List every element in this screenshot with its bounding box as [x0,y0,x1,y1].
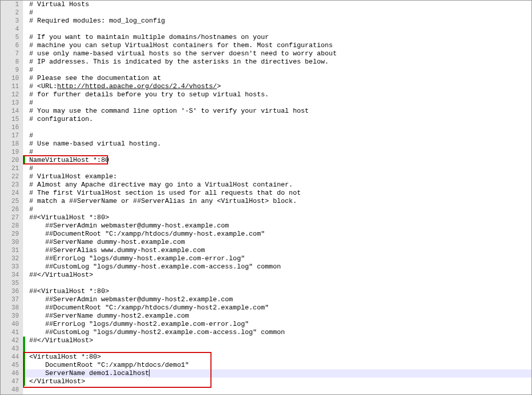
code-line[interactable]: ServerName demo1.localhost [23,369,531,378]
code-text: ##ServerAdmin webmaster@dummy-host.examp… [23,222,229,230]
code-line[interactable]: # Please see the documentation at [23,74,531,82]
code-text: ##</VirtualHost> [23,271,93,279]
code-line[interactable]: ##DocumentRoot "C:/xampp/htdocs/dummy-ho… [23,230,531,238]
code-text: ##ServerAdmin webmaster@dummy-host2.exam… [23,296,233,303]
code-line[interactable]: ##DocumentRoot "C:/xampp/htdocs/dummy-ho… [23,304,531,312]
code-text: # use only name-based virtual hosts so t… [23,50,337,57]
code-editor[interactable]: 1234567891011121314151617181920212223242… [1,1,531,394]
line-number: 1 [1,1,23,9]
line-number: 20 [1,156,23,164]
line-number: 44 [1,353,23,361]
code-line[interactable] [23,123,531,132]
code-line[interactable] [23,25,531,33]
line-number: 25 [1,197,23,205]
line-number: 16 [1,123,23,132]
code-line[interactable]: ##CustomLog "logs/dummy-host.example.com… [23,263,531,271]
code-text [23,25,29,33]
code-line[interactable]: ##ServerAdmin webmaster@dummy-host.examp… [23,222,531,230]
code-line[interactable]: ##<VirtualHost *:80> [23,214,531,222]
code-line[interactable]: </VirtualHost> [23,378,531,386]
code-line[interactable]: # [23,148,531,156]
code-line[interactable]: DocumentRoot "C:/xampp/htdocs/demo1" [23,361,531,369]
code-line[interactable]: # Use name-based virtual hosting. [23,140,531,148]
code-line[interactable]: # If you want to maintain multiple domai… [23,33,531,41]
code-text: # Use name-based virtual hosting. [23,140,161,148]
code-line[interactable] [23,386,531,394]
code-text: # for further details before you try to … [23,91,269,98]
change-marker [23,345,25,353]
code-text: ##ServerName dummy-host.example.com [23,238,185,246]
code-line[interactable]: # for further details before you try to … [23,91,531,99]
code-line[interactable]: # VirtualHost example: [23,173,531,181]
code-line[interactable]: ##CustomLog "logs/dummy-host2.example.co… [23,328,531,337]
code-line[interactable]: ##</VirtualHost> [23,337,531,345]
code-text: ##ErrorLog "logs/dummy-host.example.com-… [23,255,245,262]
code-line[interactable]: ##ServerAlias www.dummy-host.example.com [23,246,531,255]
code-text: ##ServerAlias www.dummy-host.example.com [23,246,205,254]
line-number: 11 [1,82,23,91]
code-text: # You may use the command line option '-… [23,107,309,115]
code-line[interactable]: # [23,132,531,140]
line-number: 22 [1,173,23,181]
line-number: 29 [1,230,23,238]
code-line[interactable]: ##<VirtualHost *:80> [23,287,531,296]
code-line[interactable]: # Required modules: mod_log_config [23,17,531,25]
line-number: 48 [1,386,23,394]
code-text: # <URL:http://httpd.apache.org/docs/2.4/… [23,82,221,90]
code-text: ##<VirtualHost *:80> [23,214,109,221]
code-line[interactable]: ##ServerName dummy-host2.example.com [23,312,531,320]
code-line[interactable]: # Virtual Hosts [23,1,531,9]
line-number: 12 [1,91,23,99]
code-text: # configuration. [23,115,93,123]
line-number: 39 [1,312,23,320]
line-number: 30 [1,238,23,246]
line-number: 5 [1,33,23,41]
change-marker [23,378,25,386]
line-number: 42 [1,337,23,345]
code-line[interactable]: # [23,99,531,107]
line-number: 37 [1,296,23,304]
code-text [23,279,29,287]
line-number: 46 [1,369,23,378]
line-number: 27 [1,214,23,222]
code-text: ##ErrorLog "logs/dummy-host2.example.com… [23,320,249,328]
code-line[interactable]: ##ErrorLog "logs/dummy-host.example.com-… [23,255,531,263]
code-line[interactable] [23,345,531,353]
code-line[interactable]: # configuration. [23,115,531,123]
code-text: # IP addresses. This is indicated by the… [23,58,329,66]
code-area[interactable]: # Virtual Hosts## Required modules: mod_… [23,1,531,394]
code-line[interactable]: ##</VirtualHost> [23,271,531,279]
code-line[interactable]: # [23,205,531,214]
code-line[interactable]: # You may use the command line option '-… [23,107,531,115]
code-line[interactable] [23,279,531,287]
code-line[interactable]: <VirtualHost *:80> [23,353,531,361]
code-line[interactable]: # match a ##ServerName or ##ServerAlias … [23,197,531,205]
line-number: 26 [1,205,23,214]
code-text: # match a ##ServerName or ##ServerAlias … [23,197,297,205]
line-number: 18 [1,140,23,148]
code-line[interactable]: ##ErrorLog "logs/dummy-host2.example.com… [23,320,531,328]
code-line[interactable]: # IP addresses. This is indicated by the… [23,58,531,66]
code-line[interactable]: # [23,9,531,17]
code-text: # [23,205,33,213]
code-line[interactable]: # Almost any Apache directive may go int… [23,181,531,189]
line-number: 28 [1,222,23,230]
code-text: # [23,66,33,74]
code-line[interactable]: # [23,66,531,74]
code-text: # If you want to maintain multiple domai… [23,33,269,41]
line-number: 6 [1,41,23,50]
line-number: 17 [1,132,23,140]
code-line[interactable]: ##ServerAdmin webmaster@dummy-host2.exam… [23,296,531,304]
code-line[interactable]: # The first VirtualHost section is used … [23,189,531,197]
change-marker [23,337,25,345]
code-line[interactable]: # use only name-based virtual hosts so t… [23,50,531,58]
code-line[interactable]: # [23,164,531,173]
code-line[interactable]: NameVirtualHost *:80 [23,156,531,164]
code-line[interactable]: ##ServerName dummy-host.example.com [23,238,531,246]
line-number: 40 [1,320,23,328]
line-number: 15 [1,115,23,123]
line-number: 36 [1,287,23,296]
code-line[interactable]: # machine you can setup VirtualHost cont… [23,41,531,50]
change-marker [23,156,25,164]
code-line[interactable]: # <URL:http://httpd.apache.org/docs/2.4/… [23,82,531,91]
